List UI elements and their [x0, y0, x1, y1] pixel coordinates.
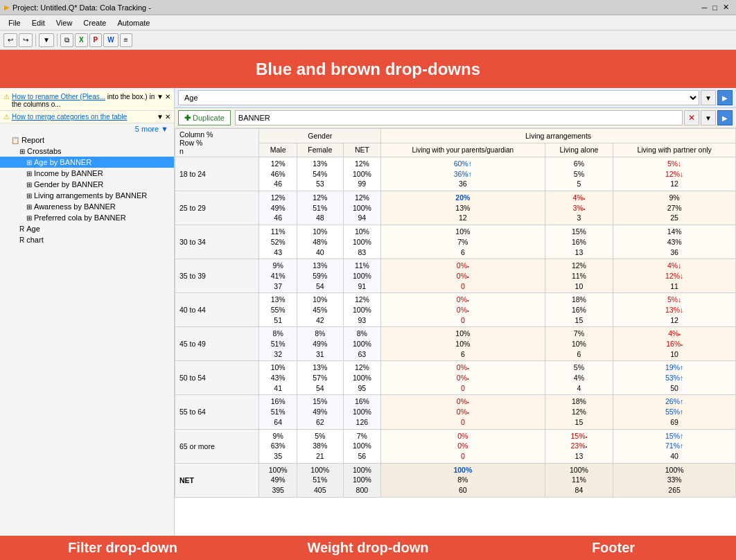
banner-input[interactable] [235, 110, 683, 125]
banner-dropdown-arrow[interactable]: ▼ [701, 110, 716, 125]
cell-1-female: 12%51%48 [297, 191, 343, 225]
tree-awareness-banner[interactable]: ⊞ Awareness by BANNER [0, 201, 174, 212]
tree-gender-banner[interactable]: ⊞ Gender by BANNER [0, 179, 174, 190]
redo-btn[interactable]: ↪ [19, 33, 33, 47]
undo-btn[interactable]: ↩ [3, 33, 17, 47]
cell-0-male: 12%46%46 [259, 157, 297, 191]
more-chevron: ▼ [161, 125, 168, 133]
copy-btn[interactable]: ⧉ [60, 33, 73, 47]
duplicate-button[interactable]: ✚ Duplicate [178, 110, 231, 125]
cell-2-la: 15%16%13 [545, 225, 613, 259]
notif-close-2[interactable]: ✕ [165, 113, 170, 121]
notif-expand-2[interactable]: ▼ [157, 113, 164, 121]
cell-1-la: 4%•3%•3 [545, 191, 613, 225]
table-row: 40 to 4413%55%5110%45%4212%100%930%•0%•0… [175, 293, 736, 327]
main-panel: Age ▼ ▶ ✚ Duplicate ✕ ▼ ▶ Column %Row %n [175, 88, 736, 536]
age-dropdown[interactable]: Age [178, 90, 699, 105]
word-btn[interactable]: W [103, 33, 118, 47]
filter-btn[interactable]: ▼ [39, 33, 54, 47]
cell-1-lpo: 9%27%25 [613, 191, 736, 225]
tree-cola-banner[interactable]: ⊞ Preferred cola by BANNER [0, 212, 174, 223]
sidebar: ⚠ How to rename Other (Pleas... into the… [0, 88, 175, 536]
table-row: 25 to 2912%49%4612%51%4812%100%9420%13%1… [175, 191, 736, 225]
col-header-lpo: Living with partner only [613, 143, 736, 157]
tree-age[interactable]: R Age [0, 223, 174, 234]
table-row: 50 to 5410%43%4113%57%5412%100%950%•0%•0… [175, 361, 736, 395]
cell-9-lpo: 100%33%265 [613, 463, 736, 497]
cell-8-la: 15%•23%•13 [545, 429, 613, 463]
plus-icon: ✚ [184, 114, 191, 123]
cell-7-male: 16%51%64 [259, 395, 297, 429]
cell-2-lpo: 14%43%36 [613, 225, 736, 259]
pdf-btn[interactable]: P [89, 33, 103, 47]
cell-2-net: 10%100%83 [343, 225, 380, 259]
cell-7-female: 15%49%62 [297, 395, 343, 429]
tree-crosstabs[interactable]: ⊞ Crosstabs [0, 146, 174, 157]
tree-income-banner[interactable]: ⊞ Income by BANNER [0, 168, 174, 179]
cell-9-la: 100%11%84 [545, 463, 613, 497]
row-header-0: 18 to 24 [175, 157, 259, 191]
maximize-btn[interactable]: □ [710, 3, 720, 12]
toolbar-sep-2 [57, 34, 58, 46]
banner-clear-btn[interactable]: ✕ [684, 110, 699, 125]
title-bar: ▶ Project: Untitled.Q* Data: Cola Tracki… [0, 0, 736, 15]
cell-9-female: 100%51%405 [297, 463, 343, 497]
more-link[interactable]: 5 more ▼ [0, 123, 174, 134]
tree-living-banner[interactable]: ⊞ Living arrangements by BANNER [0, 190, 174, 201]
age-icon: R [19, 225, 24, 233]
notif-link-1[interactable]: How to rename Other (Pleas... [12, 93, 105, 100]
notif-close-1[interactable]: ✕ [165, 93, 170, 100]
table-row: 35 to 399%41%3713%59%5411%100%910%•0%•01… [175, 259, 736, 293]
minimize-btn[interactable]: ─ [699, 3, 710, 12]
row-header-1: 25 to 29 [175, 191, 259, 225]
cell-6-male: 10%43%41 [259, 361, 297, 395]
tree-report[interactable]: 📋 Report [0, 134, 174, 146]
table-row: 65 or more9%63%355%38%217%100%560%0%015%… [175, 429, 736, 463]
cell-5-la: 7%10%6 [545, 327, 613, 361]
menu-file[interactable]: File [3, 17, 26, 28]
living-banner-icon: ⊞ [26, 192, 32, 200]
toolbar: ↩ ↪ ▼ ⧉ X P W ≡ [0, 30, 736, 50]
title-text: Project: Untitled.Q* Data: Cola Tracking… [12, 3, 151, 12]
tree-age-banner[interactable]: ⊞ Age by BANNER [0, 157, 174, 168]
cell-3-female: 13%59%54 [297, 259, 343, 293]
age-next-btn[interactable]: ▶ [717, 90, 733, 105]
footer-filter: Filter drop-down [0, 540, 245, 556]
close-btn[interactable]: ✕ [720, 3, 732, 12]
age-banner-icon: ⊞ [26, 159, 32, 166]
cell-7-la: 18%12%15 [545, 395, 613, 429]
row-header-9: NET [175, 463, 259, 497]
menu-automate[interactable]: Automate [112, 17, 155, 28]
table-area[interactable]: Column %Row %n Gender Living arrangement… [175, 128, 736, 536]
cell-4-net: 12%100%93 [343, 293, 380, 327]
age-dropdown-arrow[interactable]: ▼ [701, 90, 716, 105]
project-icon: ▶ [4, 3, 10, 11]
notif-link-2[interactable]: How to merge categories on the table [12, 113, 127, 121]
main-header: Blue and brown drop-downs [0, 50, 736, 88]
extra-btn[interactable]: ≡ [120, 33, 132, 47]
cell-2-male: 11%52%43 [259, 225, 297, 259]
table-row: 30 to 3411%52%4310%48%4010%100%8310%7%61… [175, 225, 736, 259]
excel-btn[interactable]: X [75, 33, 88, 47]
col-header-male: Male [259, 143, 297, 157]
row-header-8: 65 or more [175, 429, 259, 463]
notif-expand-1[interactable]: ▼ [157, 93, 164, 100]
cell-0-lpo: 5%↓12%↓12 [613, 157, 736, 191]
banner-row: ✚ Duplicate ✕ ▼ ▶ [175, 108, 736, 128]
income-banner-icon: ⊞ [26, 170, 32, 177]
table-row: 18 to 2412%46%4613%54%5312%100%9960%↑36%… [175, 157, 736, 191]
table-row: 55 to 6416%51%6415%49%6216%100%1260%•0%•… [175, 395, 736, 429]
cell-6-net: 12%100%95 [343, 361, 380, 395]
menu-create[interactable]: Create [78, 17, 112, 28]
banner-next-btn[interactable]: ▶ [717, 110, 733, 125]
cell-5-male: 8%51%32 [259, 327, 297, 361]
cell-3-male: 9%41%37 [259, 259, 297, 293]
menu-edit[interactable]: Edit [26, 17, 51, 28]
menu-view[interactable]: View [51, 17, 78, 28]
cell-1-net: 12%100%94 [343, 191, 380, 225]
cell-5-lpo: 4%•16%•10 [613, 327, 736, 361]
cell-8-female: 5%38%21 [297, 429, 343, 463]
tree-chart[interactable]: R chart [0, 234, 174, 245]
col-header-gender-group: Gender [259, 129, 381, 143]
gender-banner-icon: ⊞ [26, 181, 32, 189]
